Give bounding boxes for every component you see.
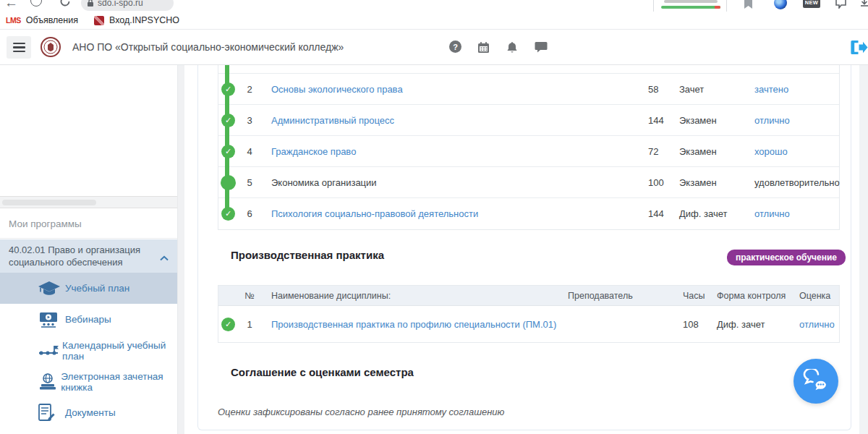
control-type: Диф. зачет	[717, 319, 799, 330]
col-hours: Часы	[683, 291, 717, 301]
check-circle-icon: ✓	[221, 207, 235, 221]
url-text: sdo.i-spo.ru	[98, 0, 143, 8]
college-logo	[41, 37, 61, 60]
sidebar-item-curriculum[interactable]: Учебный план	[0, 273, 177, 304]
hours-value: 58	[648, 84, 679, 95]
discipline-link[interactable]: Административный процесс	[271, 115, 394, 126]
webinar-icon	[38, 312, 65, 328]
calendar-icon[interactable]	[477, 41, 490, 56]
dot-circle-icon	[221, 175, 236, 190]
sidebar-item-gradebook[interactable]: Электронная зачетная книжка	[0, 366, 177, 397]
practice-table: № Наименование дисциплины: Преподаватель…	[218, 285, 840, 343]
grade-link[interactable]: зачтено	[754, 84, 788, 95]
hours-value: 100	[648, 177, 679, 188]
download-icon[interactable]	[859, 0, 868, 11]
sidebar-item-label: Учебный план	[65, 283, 129, 294]
control-type: Экзамен	[679, 115, 754, 126]
sidebar-item-calendar-plan[interactable]: Календарный учебный план	[0, 335, 177, 366]
sidebar-item-label: Календарный учебный план	[62, 340, 177, 362]
new-badge[interactable]: NEW	[803, 0, 820, 8]
hours-value: 72	[648, 146, 679, 157]
check-circle-icon: ✓	[221, 114, 235, 127]
discipline-link[interactable]: Психология социально-правовой деятельнос…	[271, 208, 478, 219]
check-circle-icon: ✓	[221, 318, 235, 331]
table-row: ✓ 3 Административный процесс 144 Экзамен…	[218, 105, 839, 136]
sidebar-item-label: Электронная зачетная книжка	[61, 371, 177, 393]
back-icon[interactable]: ←	[4, 0, 18, 11]
grade-link[interactable]: отлично	[799, 319, 835, 330]
logout-icon[interactable]	[849, 39, 868, 59]
cropped-row	[218, 65, 839, 74]
table-row: 5 Экономика организации 100 Экзамен удов…	[218, 167, 839, 198]
support-chat-button[interactable]	[793, 359, 838, 404]
discipline-name: Экономика организации	[259, 177, 648, 188]
table-row: ✓ 6 Психология социально-правовой деятел…	[218, 198, 839, 229]
row-number: 2	[240, 84, 259, 95]
sidebar-item-label: Документы	[65, 407, 116, 418]
chevron-up-icon	[160, 252, 169, 264]
table-row: ✓ 2 Основы экологического права 58 Зачет…	[218, 74, 839, 105]
sidebar: Мои программы 40.02.01 Право и организац…	[0, 65, 178, 434]
discipline-link[interactable]: Гражданское право	[271, 146, 356, 157]
row-number: 3	[240, 115, 259, 126]
grade-link[interactable]: хорошо	[754, 146, 788, 157]
row-number: 4	[240, 146, 259, 157]
hours-value: 144	[648, 115, 679, 126]
rating-extension-widget[interactable]	[653, 0, 727, 12]
program-name: 40.02.01 Право и организация социального…	[9, 244, 140, 268]
sidebar-section-title: Мои программы	[0, 209, 177, 239]
table-row: ✓ 4 Гражданское право 72 Экзамен хорошо	[218, 136, 839, 167]
sidebar-item-documents[interactable]: Документы	[0, 397, 177, 428]
grade-link[interactable]: отлично	[754, 208, 790, 219]
sidebar-vertical-scrollbar[interactable]	[178, 65, 184, 434]
circled-extension-icon[interactable]	[30, 0, 42, 7]
bookmark-announcements[interactable]: Объявления	[26, 15, 78, 25]
table-row: ✓ 1 Производственная практика по профилю…	[218, 306, 839, 342]
notifications-bell-icon[interactable]	[506, 41, 518, 57]
bookmark-inpsycho[interactable]: Вход.INPSYCHO	[109, 15, 179, 25]
refresh-icon[interactable]	[59, 0, 71, 10]
browser-extension-icon[interactable]	[774, 0, 787, 9]
cropped-text	[664, 0, 718, 3]
semester-table: ✓ 2 Основы экологического права 58 Зачет…	[218, 65, 840, 230]
address-bar[interactable]: sdo.i-spo.ru	[81, 0, 174, 11]
control-type: Зачет	[679, 84, 754, 95]
page-scrollbar-track[interactable]	[859, 65, 868, 434]
bookmark-icon[interactable]	[744, 0, 753, 12]
check-circle-icon: ✓	[221, 145, 235, 158]
content-card: ✓ 2 Основы экологического права 58 Зачет…	[197, 65, 851, 430]
practice-section-title: Производственная практика	[231, 249, 384, 261]
messages-icon[interactable]	[535, 41, 548, 56]
agreement-section-title: Соглашение с оценками семестра	[231, 366, 414, 378]
agreement-note: Оценки зафиксированы согласно ранее прин…	[218, 407, 504, 417]
screen: ← sdo.i-spo.ru NEW LMS Объявления Вход.I…	[0, 0, 868, 434]
college-name: АНО ПО «Открытый социально-экономический…	[72, 30, 344, 65]
discipline-link[interactable]: Основы экологического права	[271, 84, 403, 95]
practical-training-badge: практическое обучение	[727, 250, 846, 265]
control-type: Экзамен	[679, 146, 754, 157]
sidebar-horizontal-scrollbar[interactable]	[0, 196, 177, 208]
hours-value: 144	[648, 208, 679, 219]
row-number: 1	[240, 319, 259, 330]
col-num: №	[240, 291, 259, 301]
col-teacher: Преподаватель	[568, 291, 683, 301]
practice-link[interactable]: Производственная практика по профилю спе…	[271, 319, 556, 330]
sidebar-item-webinars[interactable]: Вебинары	[0, 304, 177, 335]
col-name: Наименование дисциплины:	[259, 291, 568, 301]
lock-icon	[87, 0, 94, 7]
globe-books-icon	[38, 373, 61, 391]
document-pencil-icon	[38, 404, 65, 422]
grade-link[interactable]: отлично	[754, 115, 790, 126]
help-icon[interactable]: ?	[449, 41, 461, 53]
program-accordion[interactable]: 40.02.01 Право и организация социального…	[0, 239, 177, 273]
sidebar-item-label: Вебинары	[65, 314, 111, 325]
browser-toolbar: ← sdo.i-spo.ru NEW	[0, 0, 868, 12]
check-circle-icon: ✓	[221, 82, 235, 96]
inpsycho-favicon	[94, 16, 104, 25]
milestones-flag-icon	[38, 344, 62, 358]
rating-bar	[661, 6, 720, 9]
menu-toggle-button[interactable]	[7, 36, 31, 59]
app-header: АНО ПО «Открытый социально-экономический…	[0, 30, 868, 65]
sidebar-menu: Учебный план Вебинары Календарный учебны…	[0, 273, 177, 428]
panel-icon[interactable]	[835, 0, 847, 12]
